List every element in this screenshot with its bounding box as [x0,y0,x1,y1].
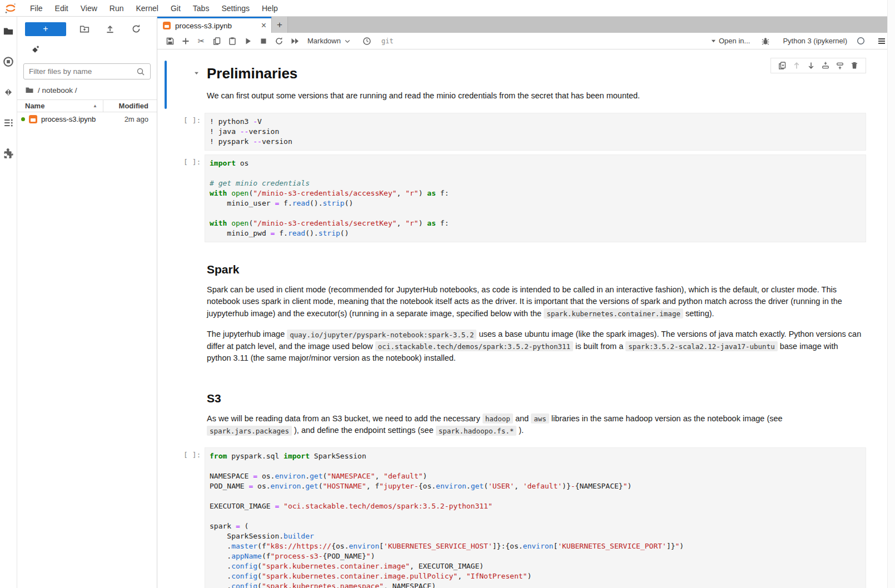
stop-button[interactable] [256,34,271,48]
execution-time-button[interactable] [359,34,375,48]
file-row[interactable]: process-s3.ipynb 2m ago [17,112,157,126]
cut-icon: ✂ [198,36,205,46]
cut-button[interactable]: ✂ [193,34,209,48]
close-tab-icon[interactable]: × [261,21,266,30]
run-icon [243,37,252,46]
markdown-cell: S3As we will be reading data from an S3 … [165,375,866,444]
sidebar-tab-running-sessions[interactable] [3,56,14,69]
markdown-rendered[interactable]: PreliminariesWe can first output some ve… [205,61,866,109]
duplicate-cell-button[interactable] [775,60,789,71]
cell-type-dropdown[interactable]: Markdown [307,37,351,45]
upload-button[interactable] [102,22,118,36]
new-launcher-button[interactable]: + [25,22,66,36]
folder-icon [3,26,14,37]
code-line: NAMESPACE = os.environ.get("NAMESPACE", … [210,471,861,481]
sidebar-tab-table-of-contents[interactable] [3,117,14,131]
code-line: .config("spark.kubernetes.container.imag… [210,571,861,581]
column-modified[interactable]: Modified [103,102,157,110]
file-name: process-s3.ipynb [41,115,103,123]
triangle-down-icon [711,38,716,43]
code-cell: [ ]:import os # get minio credentialswit… [165,155,866,242]
jupyterlab-window: FileEditViewRunKernelGitTabsSettingsHelp… [0,0,895,588]
collapse-heading-icon[interactable] [193,68,200,78]
markdown-rendered[interactable]: S3As we will be reading data from an S3 … [205,375,866,444]
menu-item-settings[interactable]: Settings [215,4,256,13]
inline-code: spark.jars.packages [207,426,292,436]
kernel-name[interactable]: Python 3 (ipykernel) [783,37,847,45]
move-up-cell-button[interactable] [789,60,804,71]
new-tab-button[interactable]: + [271,17,288,33]
jupyter-logo-icon [4,2,17,15]
code-line: from pyspark.sql import SparkSession [210,451,861,461]
move-down-cell-button[interactable] [804,60,818,71]
markdown-rendered[interactable]: SparkSpark can be used in client mode (r… [205,246,866,371]
kernel-running-dot [21,117,25,121]
move-up-icon [792,61,801,70]
code-line [210,491,861,501]
debugger-bug-icon[interactable] [758,34,773,48]
notebook-tab-icon [163,22,171,29]
home-folder-icon[interactable] [25,86,34,94]
column-name[interactable]: Name ▲ [17,102,103,110]
delete-icon [850,61,859,70]
search-icon [136,67,145,76]
paste-button[interactable] [225,34,240,48]
menu-item-kernel[interactable]: Kernel [130,4,164,13]
insert-above-cell-button[interactable] [818,60,833,71]
code-line: minio_user = f.read().strip() [210,198,861,208]
cell-prompt: [ ]: [165,447,205,588]
menu-item-git[interactable]: Git [165,4,187,13]
inline-code: spark.kubernetes.container.image [544,308,683,318]
git-toolbar-label[interactable]: git [381,37,394,45]
refresh-button[interactable] [128,22,144,36]
save-button[interactable] [162,34,178,48]
insert-button[interactable] [178,34,193,48]
menu-item-view[interactable]: View [74,4,103,13]
insert-below-cell-button[interactable] [833,60,847,71]
md-heading: Preliminaries [207,65,864,82]
menu-item-run[interactable]: Run [103,4,130,13]
filter-files-input[interactable] [29,67,136,76]
sort-ascending-icon: ▲ [93,103,97,108]
code-line: with open("/minio-s3-credentials/secretK… [210,218,861,228]
code-editor[interactable]: from pyspark.sql import SparkSession NAM… [205,447,866,588]
md-paragraph: The jupyterhub image quay.io/jupyter/pys… [207,328,864,365]
open-in-dropdown[interactable]: Open in... [711,37,750,45]
inline-code: aws [531,413,549,423]
kernel-status-icon[interactable] [853,34,868,48]
vertical-scrollbar[interactable] [887,0,895,588]
copy-button[interactable] [209,34,225,48]
delete-cell-button[interactable] [847,60,862,71]
new-folder-button[interactable] [77,22,92,36]
run-button[interactable] [240,34,256,48]
paste-icon [228,37,237,46]
run-all-button[interactable] [287,34,302,48]
code-line [210,168,861,178]
menu-item-help[interactable]: Help [256,4,284,13]
copy-icon [212,37,221,46]
sidebar-tab-git[interactable] [3,87,14,100]
chevron-down-icon [344,38,351,44]
toc-icon [3,117,14,128]
file-modified: 2m ago [103,115,157,123]
code-editor[interactable]: ! python3 -V! java --version! pyspark --… [205,113,866,151]
tab-title: process-s3.ipynb [175,22,232,30]
cell-prompt [165,61,205,109]
inline-code: oci.stackable.tech/demos/spark:3.5.2-pyt… [375,341,573,351]
tab-process-s3[interactable]: process-s3.ipynb × [157,17,271,33]
menu-item-edit[interactable]: Edit [49,4,74,13]
menu-item-tabs[interactable]: Tabs [187,4,216,13]
inline-code: spark:3.5.2-scala2.12-java17-ubuntu [625,341,777,351]
sidebar-tab-files[interactable] [3,26,14,39]
menu-item-file[interactable]: File [24,4,49,13]
sidebar-tab-extensions[interactable] [3,148,14,161]
code-line: ! pyspark --version [210,137,861,147]
code-line: .master(f"k8s://https://{os.environ['KUB… [210,541,861,551]
restart-button[interactable] [271,34,287,48]
git-clone-icon[interactable] [30,45,40,55]
code-cell: [ ]:! python3 -V! java --version! pyspar… [165,113,866,151]
code-line: ! java --version [210,127,861,137]
code-line: with open("/minio-s3-credentials/accessK… [210,188,861,198]
code-editor[interactable]: import os # get minio credentialswith op… [205,155,866,242]
breadcrumb[interactable]: / notebook / [25,86,157,94]
